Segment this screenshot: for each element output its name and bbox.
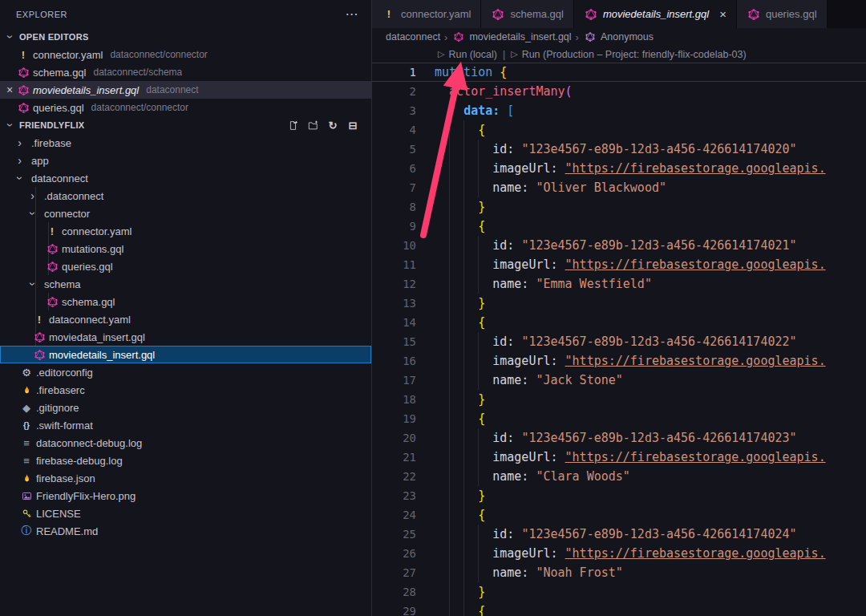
code-line-15[interactable]: 15 id: "123e4567-e89b-12d3-a456-42661417…: [372, 332, 866, 351]
code-line-24[interactable]: 24 {: [372, 505, 866, 525]
tree-item-.swift-format[interactable]: {}.swift-format: [0, 416, 371, 434]
code-line-27[interactable]: 27 name: "Noah Frost": [372, 563, 866, 582]
line-number: 22: [372, 470, 416, 483]
code-line-16[interactable]: 16 imageUrl: "https://firebasestorage.go…: [372, 351, 866, 371]
code-line-23[interactable]: 23 }: [372, 486, 866, 505]
code-line-26[interactable]: 26 imageUrl: "https://firebasestorage.go…: [372, 544, 866, 563]
code-text: imageUrl: "https://firebasestorage.googl…: [435, 257, 826, 272]
tab-queries.gql[interactable]: queries.gql: [737, 0, 828, 28]
code-line-3[interactable]: 3 data: [: [372, 101, 866, 120]
tree-item-schema[interactable]: ›schema: [0, 275, 371, 293]
file-name: dataconnect-debug.log: [36, 437, 142, 449]
breadcrumb-moviedetails_insert.gql[interactable]: moviedetails_insert.gql: [451, 30, 571, 43]
tree-item-.editorconfig[interactable]: ⚙.editorconfig: [0, 363, 371, 381]
open-editor-queries.gql[interactable]: queries.gqldataconnect/connector: [0, 99, 371, 116]
line-number: 4: [372, 124, 416, 136]
more-actions-icon[interactable]: ⋯: [346, 6, 359, 22]
open-editors-header[interactable]: › OPEN EDITORS: [0, 28, 371, 46]
tree-item-.firebaserc[interactable]: .firebaserc: [0, 381, 371, 399]
chevron-icon: ›: [13, 154, 26, 167]
breadcrumb-dataconnect[interactable]: dataconnect: [386, 31, 440, 43]
code-line-19[interactable]: 19 {: [372, 409, 866, 428]
new-folder-icon[interactable]: [306, 119, 320, 132]
new-file-icon[interactable]: [285, 119, 300, 132]
code-line-28[interactable]: 28 }: [372, 582, 866, 602]
log-icon: ≡: [19, 454, 34, 467]
gear-icon: ⚙: [19, 366, 34, 379]
code-line-20[interactable]: 20 id: "123e4567-e89b-12d3-a456-42661417…: [372, 428, 866, 448]
tree-item-connector.yaml[interactable]: !connector.yaml: [0, 222, 371, 240]
code-line-11[interactable]: 11 imageUrl: "https://firebasestorage.go…: [372, 255, 866, 274]
tree-item-schema.gql[interactable]: schema.gql: [0, 293, 371, 310]
code-text: id: "123e4567-e89b-12d3-a456-42661417402…: [435, 238, 797, 253]
open-editor-moviedetails_insert.gql[interactable]: ×moviedetails_insert.gqldataconnect: [0, 81, 371, 99]
tree-item-dataconnect-debug.log[interactable]: ≡dataconnect-debug.log: [0, 434, 371, 452]
code-line-4[interactable]: 4 {: [372, 120, 866, 140]
tree-item-dataconnect[interactable]: ›dataconnect: [0, 169, 371, 187]
explorer-title: EXPLORER: [16, 10, 67, 19]
collapse-all-icon[interactable]: ⊟: [346, 119, 360, 132]
line-number: 19: [372, 412, 416, 425]
tree-item-.firebase[interactable]: ›.firebase: [0, 134, 371, 152]
run-production-link[interactable]: ▷ Run (Production – Project: friendly-fl…: [511, 49, 746, 60]
play-icon: ▷: [438, 49, 444, 59]
line-number: 2: [372, 85, 416, 98]
code-line-29[interactable]: 29 {: [372, 602, 866, 616]
code-line-5[interactable]: 5 id: "123e4567-e89b-12d3-a456-426614174…: [372, 140, 866, 159]
tree-item-connector[interactable]: ›connector: [0, 205, 371, 222]
tree-item-.gitignore[interactable]: ◆.gitignore: [0, 399, 371, 416]
file-name: app: [31, 155, 49, 167]
tab-connector.yaml[interactable]: !connector.yaml: [372, 0, 481, 28]
tree-item-firebase.json[interactable]: firebase.json: [0, 469, 371, 487]
code-line-13[interactable]: 13 }: [372, 294, 866, 313]
open-editor-connector.yaml[interactable]: !connector.yamldataconnect/connector: [0, 46, 371, 63]
file-name: schema: [44, 278, 81, 290]
code-editor[interactable]: 1mutation {2 actor_insertMany(3 data: [4…: [372, 63, 866, 616]
open-editor-schema.gql[interactable]: schema.gqldataconnect/schema: [0, 63, 371, 81]
file-name: .editorconfig: [36, 367, 93, 379]
code-text: }: [435, 296, 485, 310]
line-number: 3: [372, 104, 416, 117]
tree-item-app[interactable]: ›app: [0, 152, 371, 169]
tree-item-README.md[interactable]: ⓘREADME.md: [0, 522, 371, 540]
code-line-21[interactable]: 21 imageUrl: "https://firebasestorage.go…: [372, 448, 866, 467]
code-line-18[interactable]: 18 }: [372, 390, 866, 409]
code-line-14[interactable]: 14 {: [372, 313, 866, 332]
tree-item-firebase-debug.log[interactable]: ≡firebase-debug.log: [0, 452, 371, 469]
file-name: mutations.gql: [62, 243, 123, 255]
code-line-22[interactable]: 22 name: "Clara Woods": [372, 467, 866, 486]
tab-schema.gql[interactable]: schema.gql: [481, 0, 573, 28]
run-local-link[interactable]: ▷ Run (local): [438, 49, 497, 60]
file-name: firebase.json: [36, 472, 95, 484]
tree-item-queries.gql[interactable]: queries.gql: [0, 257, 371, 275]
workspace-header[interactable]: › FRIENDLYFLIX ↻⊟: [0, 116, 371, 134]
tree-item-moviedata_insert.gql[interactable]: moviedata_insert.gql: [0, 328, 371, 346]
line-number: 5: [372, 143, 416, 156]
line-number: 18: [372, 393, 416, 406]
line-number: 15: [372, 335, 416, 348]
code-line-12[interactable]: 12 name: "Emma Westfield": [372, 274, 866, 294]
refresh-icon[interactable]: ↻: [326, 119, 340, 132]
code-line-17[interactable]: 17 name: "Jack Stone": [372, 371, 866, 390]
code-line-9[interactable]: 9 {: [372, 217, 866, 236]
tree-item-FriendlyFlix-Hero.png[interactable]: FriendlyFlix-Hero.png: [0, 487, 371, 505]
line-number: 16: [372, 355, 416, 367]
codelens-separator: |: [503, 49, 505, 60]
code-line-25[interactable]: 25 id: "123e4567-e89b-12d3-a456-42661417…: [372, 525, 866, 544]
code-line-2[interactable]: 2 actor_insertMany(: [372, 82, 866, 101]
breadcrumb-Anonymous[interactable]: Anonymous: [583, 30, 654, 43]
tree-item-moviedetails_insert.gql[interactable]: moviedetails_insert.gql: [0, 346, 371, 363]
code-line-6[interactable]: 6 imageUrl: "https://firebasestorage.goo…: [372, 159, 866, 178]
info-icon: ⓘ: [19, 525, 34, 537]
tree-item-LICENSE[interactable]: LICENSE: [0, 505, 371, 522]
close-icon[interactable]: ×: [719, 7, 726, 21]
tree-item-.dataconnect[interactable]: ›.dataconnect: [0, 187, 371, 205]
tab-moviedetails_insert.gql[interactable]: moviedetails_insert.gql×: [574, 0, 737, 28]
tree-item-mutations.gql[interactable]: mutations.gql: [0, 240, 371, 257]
tree-item-dataconnect.yaml[interactable]: !dataconnect.yaml: [0, 310, 371, 328]
code-line-8[interactable]: 8 }: [372, 197, 866, 217]
code-line-7[interactable]: 7 name: "Oliver Blackwood": [372, 178, 866, 197]
close-icon[interactable]: ×: [3, 83, 16, 96]
code-line-1[interactable]: 1mutation {: [372, 63, 866, 82]
code-line-10[interactable]: 10 id: "123e4567-e89b-12d3-a456-42661417…: [372, 236, 866, 255]
